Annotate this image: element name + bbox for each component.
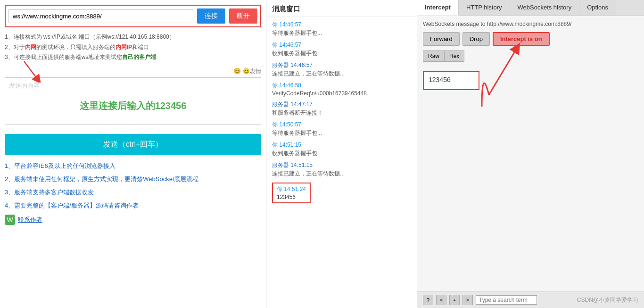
help-button[interactable]: ? [423, 295, 433, 305]
tab-http-history[interactable]: HTTP history [459, 0, 510, 16]
msg-sender: 你 14:46:57 [272, 21, 411, 29]
message-input-area[interactable]: 发送的内容 这里连接后输入的123456 [5, 77, 261, 125]
nav-back-button[interactable]: < [436, 295, 446, 305]
msg-content: 连接已建立，正在等待数据... [272, 70, 411, 78]
tab-bar: Intercept HTTP history WebSockets histor… [417, 0, 644, 16]
highlighted-message: 你 14:51:24 123456 [272, 183, 311, 203]
message-log: 你 14:46:57 等待服务器握手包... 你 14:46:57 收到服务器握… [266, 17, 417, 308]
msg-content: 连接已建立，正在等待数据... [272, 170, 411, 178]
forward-button[interactable]: Forward [423, 32, 460, 46]
tab-options[interactable]: Options [579, 0, 616, 16]
emoji-label: 😊表情 [243, 68, 261, 75]
connect-button[interactable]: 连接 [197, 8, 225, 24]
msg-sender: 你 14:51:24 [277, 185, 306, 193]
wechat-icon: W [5, 215, 15, 225]
contact-row: W 联系作者 [5, 215, 261, 225]
url-input[interactable] [8, 9, 193, 23]
instruction-1: 1、连接格式为 ws://IP或域名:端口（示例ws://121.40.165.… [5, 32, 261, 42]
msg-sender: 你 14:50:57 [272, 121, 411, 129]
feature-4: 4、需要完整的【客户端/服务器】源码请咨询作者 [5, 200, 261, 212]
intercept-data-box: 123456 [423, 71, 479, 90]
highlight-own-client: 自己的客户端 [122, 54, 156, 60]
nav-forward-button[interactable]: > [462, 295, 473, 305]
hex-button[interactable]: Hex [445, 51, 464, 61]
input-display-text: 这里连接后输入的123456 [9, 90, 257, 117]
list-item: 你 14:46:57 收到服务器握手包. [272, 41, 411, 58]
format-buttons-container: Raw Hex [423, 50, 638, 67]
feature-list: 1、平台兼容IE6及以上的任何浏览器接入 2、服务端未使用任何框架，原生方式实现… [5, 160, 261, 212]
left-panel: 连接 断开 1、连接格式为 ws://IP或域名:端口（示例ws://121.4… [0, 0, 266, 308]
list-item: 你 14:51:24 123456 [272, 183, 411, 203]
highlight-intranet: 内网 [25, 44, 36, 50]
msg-content: VerifyCodeReq\n\u000b16739465448 [272, 90, 411, 97]
tab-intercept[interactable]: Intercept [417, 0, 459, 16]
msg-content: 等待服务器握手包... [272, 29, 411, 37]
list-item: 服务器 14:47:17 和服务器断开连接！ [272, 100, 411, 117]
watermark-text: CSDN@小麦同学爱学习 [577, 296, 638, 304]
ws-target-url: WebSockets message to http://www.mocking… [423, 21, 638, 27]
feature-3: 3、服务端支持多客户端数据收发 [5, 186, 261, 199]
intercept-data-container: 123456 [423, 71, 479, 90]
msg-content: 和服务器断开连接！ [272, 109, 411, 117]
msg-sender: 你 14:46:57 [272, 41, 411, 49]
msg-sender: 你 14:46:58 [272, 82, 411, 90]
red-arrow-textarea [19, 59, 57, 83]
list-item: 你 14:46:58 VerifyCodeReq\n\u000b16739465… [272, 82, 411, 97]
raw-button[interactable]: Raw [423, 51, 445, 61]
search-input[interactable] [476, 295, 537, 305]
action-buttons: Forward Drop Intercept is on [423, 32, 638, 46]
nav-add-button[interactable]: + [449, 295, 460, 305]
msg-sender: 你 14:51:15 [272, 141, 411, 149]
list-item: 服务器 14:46:57 连接已建立，正在等待数据... [272, 61, 411, 78]
msg-content: 123456 [277, 194, 306, 200]
textarea-placeholder: 发送的内容 [9, 82, 257, 90]
msg-sender: 服务器 14:46:57 [272, 61, 411, 69]
intercept-on-button[interactable]: Intercept is on [493, 32, 550, 46]
feature-2: 2、服务端未使用任何框架，原生方式实现，更清楚WebSocket底层流程 [5, 173, 261, 185]
bottom-bar: ? < + > CSDN@小麦同学爱学习 [417, 291, 644, 308]
drop-button[interactable]: Drop [462, 32, 490, 46]
msg-content: 收到服务器握手包. [272, 150, 411, 158]
msg-sender: 服务器 14:47:17 [272, 100, 411, 108]
disconnect-button[interactable]: 断开 [229, 8, 257, 24]
intercept-data-value: 123456 [429, 76, 451, 83]
msg-content: 等待服务器握手包... [272, 129, 411, 137]
list-item: 你 14:50:57 等待服务器握手包... [272, 121, 411, 137]
message-window-title: 消息窗口 [266, 0, 417, 17]
feature-1: 1、平台兼容IE6及以上的任何浏览器接入 [5, 160, 261, 172]
instruction-2: 2、对于内网的测试环境，只需填入服务端的内网IP和端口 [5, 42, 261, 53]
contact-link[interactable]: 联系作者 [18, 216, 42, 224]
instructions: 1、连接格式为 ws://IP或域名:端口（示例ws://121.40.165.… [5, 32, 261, 63]
tab-websockets-history[interactable]: WebSockets history [510, 0, 580, 16]
connect-row: 连接 断开 [5, 5, 261, 27]
list-item: 你 14:46:57 等待服务器握手包... [272, 21, 411, 37]
middle-panel: 消息窗口 你 14:46:57 等待服务器握手包... 你 14:46:57 收… [266, 0, 417, 308]
list-item: 服务器 14:51:15 连接已建立，正在等待数据... [272, 161, 411, 178]
send-button[interactable]: 发送（ctrl+回车） [5, 134, 261, 155]
format-buttons: Raw Hex [423, 50, 464, 62]
right-content-area: WebSockets message to http://www.mocking… [417, 16, 644, 291]
right-panel: Intercept HTTP history WebSockets histor… [417, 0, 644, 308]
list-item: 你 14:51:15 收到服务器握手包. [272, 141, 411, 158]
highlight-intranet-ip: 内网IP [116, 44, 132, 50]
msg-sender: 服务器 14:51:15 [272, 161, 411, 169]
msg-content: 收到服务器握手包. [272, 50, 411, 58]
emoji-icon: 😊 [233, 67, 241, 75]
